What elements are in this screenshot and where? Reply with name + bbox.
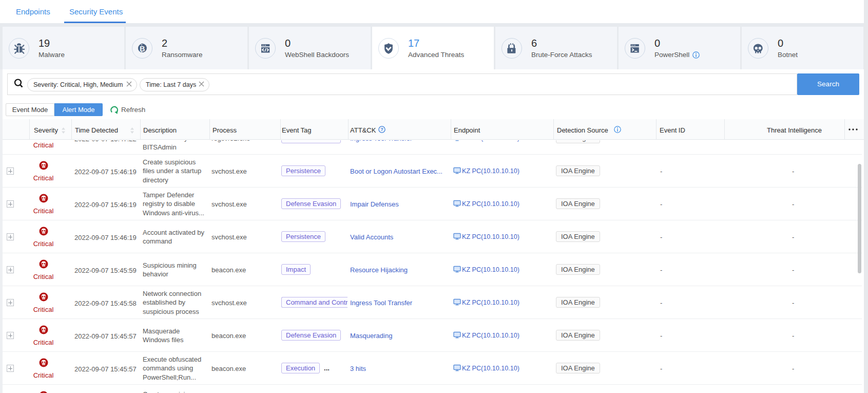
svg-text:B: B: [140, 45, 145, 53]
svg-text:?: ?: [380, 126, 383, 132]
